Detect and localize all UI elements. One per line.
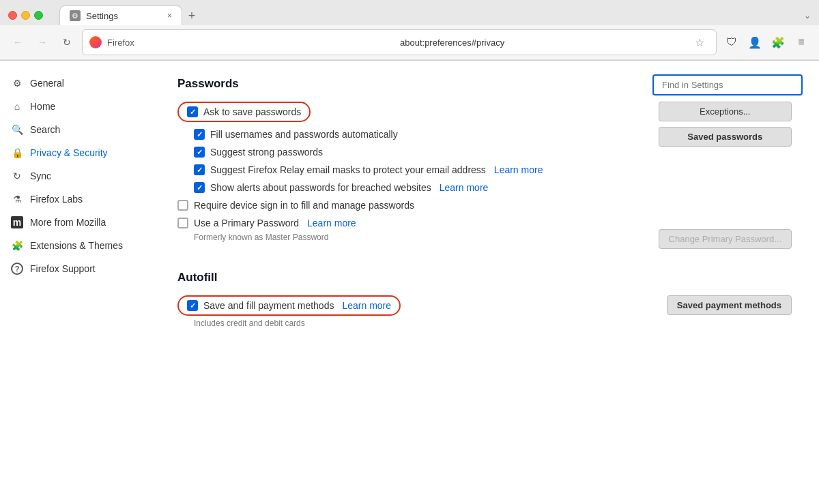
fill-auto-label: Fill usernames and passwords automatical… xyxy=(210,129,398,140)
home-icon: ⌂ xyxy=(11,100,23,113)
sync-icon: ↻ xyxy=(11,170,23,182)
show-alerts-row: ✓ Show alerts about passwords for breach… xyxy=(194,182,645,193)
exceptions-button[interactable]: Exceptions... xyxy=(659,102,792,121)
ask-save-highlighted: ✓ Ask to save passwords xyxy=(177,102,311,122)
sidebar-label-firefox-labs: Firefox Labs xyxy=(30,194,83,205)
sidebar-label-sync: Sync xyxy=(30,171,51,181)
suggest-relay-checkbox[interactable]: ✓ xyxy=(194,164,205,175)
ask-save-checkbox[interactable]: ✓ xyxy=(187,106,198,117)
address-bar[interactable]: Firefox about:preferences#privacy ☆ xyxy=(82,29,717,55)
autofill-right: Saved payment methods xyxy=(667,295,792,315)
firefox-icon xyxy=(89,36,102,48)
suggest-relay-label: Suggest Firefox Relay email masks to pro… xyxy=(210,164,486,175)
nav-icons: 🛡 👤 🧩 ≡ xyxy=(722,33,811,52)
extensions-icon[interactable]: 🧩 xyxy=(768,33,788,52)
sidebar-item-more-from-mozilla[interactable]: m More from Mozilla xyxy=(0,211,150,234)
sidebar-label-extensions-themes: Extensions & Themes xyxy=(30,240,123,251)
autofill-section-title: Autofill xyxy=(177,271,792,284)
payment-learn-more-link[interactable]: Learn more xyxy=(342,300,391,311)
sidebar-label-firefox-support: Firefox Support xyxy=(30,263,96,274)
fill-auto-row: ✓ Fill usernames and passwords automatic… xyxy=(194,129,645,140)
traffic-lights xyxy=(8,11,43,20)
relay-learn-more-link[interactable]: Learn more xyxy=(494,164,543,175)
sidebar: ⚙ General ⌂ Home 🔍 Search 🔒 Privacy & Se… xyxy=(0,61,150,504)
fill-auto-checkbox[interactable]: ✓ xyxy=(194,129,205,140)
passwords-buttons: Exceptions... Saved passwords Change Pri… xyxy=(659,102,792,249)
suggest-strong-row: ✓ Suggest strong passwords xyxy=(194,147,645,158)
lock-icon: 🔒 xyxy=(11,147,23,159)
autofill-area: ✓ Save and fill payment methods Learn mo… xyxy=(177,295,792,328)
find-in-settings-container xyxy=(652,74,803,95)
alerts-learn-more-link[interactable]: Learn more xyxy=(440,182,489,193)
formerly-text: Formerly known as Master Password xyxy=(194,233,645,242)
sidebar-item-extensions-themes[interactable]: 🧩 Extensions & Themes xyxy=(0,234,150,257)
save-fill-payment-highlighted: ✓ Save and fill payment methods Learn mo… xyxy=(177,295,401,316)
save-fill-payment-label: Save and fill payment methods xyxy=(203,300,334,311)
title-bar: ⚙ Settings × + ⌄ xyxy=(0,0,819,25)
autofill-left: ✓ Save and fill payment methods Learn mo… xyxy=(177,295,653,328)
browser-name: Firefox xyxy=(107,38,392,48)
sidebar-item-firefox-labs[interactable]: ⚗ Firefox Labs xyxy=(0,188,150,211)
tab-bar: ⚙ Settings × + xyxy=(59,5,799,25)
suggest-relay-row: ✓ Suggest Firefox Relay email masks to p… xyxy=(194,164,645,175)
extensions-sidebar-icon: 🧩 xyxy=(11,239,23,252)
primary-password-learn-more-link[interactable]: Learn more xyxy=(307,218,356,228)
close-window-button[interactable] xyxy=(8,11,17,20)
search-icon: 🔍 xyxy=(11,123,23,136)
tab-overflow-chevron[interactable]: ⌄ xyxy=(804,11,811,20)
sidebar-item-general[interactable]: ⚙ General xyxy=(0,72,150,95)
find-in-settings-input[interactable] xyxy=(652,74,803,95)
help-icon: ? xyxy=(11,263,23,275)
change-primary-password-button[interactable]: Change Primary Password... xyxy=(659,229,792,249)
includes-text: Includes credit and debit cards xyxy=(194,318,653,328)
sidebar-label-general: General xyxy=(30,78,64,89)
sidebar-item-privacy-security[interactable]: 🔒 Privacy & Security xyxy=(0,141,150,164)
settings-tab-title: Settings xyxy=(86,11,118,21)
bookmark-icon[interactable]: ☆ xyxy=(690,33,709,52)
require-device-label: Require device sign in to fill and manag… xyxy=(194,200,414,211)
maximize-window-button[interactable] xyxy=(34,11,43,20)
saved-passwords-button[interactable]: Saved passwords xyxy=(659,127,792,147)
content-area: ⚙ General ⌂ Home 🔍 Search 🔒 Privacy & Se… xyxy=(0,61,819,504)
forward-button[interactable]: → xyxy=(33,33,52,52)
primary-password-checkbox[interactable] xyxy=(177,218,188,228)
saved-payment-methods-button[interactable]: Saved payment methods xyxy=(667,295,792,315)
sidebar-label-more-from-mozilla: More from Mozilla xyxy=(30,217,106,228)
sidebar-label-privacy-security: Privacy & Security xyxy=(30,147,108,158)
primary-password-row: Use a Primary Password Learn more xyxy=(177,218,645,228)
settings-tab-icon: ⚙ xyxy=(70,10,81,21)
minimize-window-button[interactable] xyxy=(21,11,30,20)
passwords-area: ✓ Ask to save passwords ✓ Fill usernames… xyxy=(177,102,792,249)
sidebar-label-home: Home xyxy=(30,101,55,112)
autofill-section: Autofill ✓ Save and fill payment methods… xyxy=(177,271,792,328)
mozilla-icon: m xyxy=(11,216,23,228)
address-text: about:preferences#privacy xyxy=(400,38,685,48)
sidebar-item-search[interactable]: 🔍 Search xyxy=(0,118,150,141)
sidebar-item-sync[interactable]: ↻ Sync xyxy=(0,164,150,188)
require-device-checkbox[interactable] xyxy=(177,200,188,211)
sidebar-label-search: Search xyxy=(30,124,60,135)
show-alerts-label: Show alerts about passwords for breached… xyxy=(210,182,431,193)
close-tab-button[interactable]: × xyxy=(167,11,172,20)
require-device-row: Require device sign in to fill and manag… xyxy=(177,200,645,211)
passwords-options: ✓ Ask to save passwords ✓ Fill usernames… xyxy=(177,102,645,249)
sidebar-item-home[interactable]: ⌂ Home xyxy=(0,95,150,118)
back-button[interactable]: ← xyxy=(8,33,27,52)
reload-button[interactable]: ↻ xyxy=(57,33,76,52)
passwords-section: Passwords ✓ Ask to save passwords xyxy=(177,77,792,249)
save-fill-payment-checkbox[interactable]: ✓ xyxy=(187,300,198,311)
sidebar-item-firefox-support[interactable]: ? Firefox Support xyxy=(0,257,150,280)
show-alerts-checkbox[interactable]: ✓ xyxy=(194,182,205,193)
menu-icon[interactable]: ≡ xyxy=(792,33,811,52)
settings-tab[interactable]: ⚙ Settings × xyxy=(59,5,182,25)
general-icon: ⚙ xyxy=(11,77,23,89)
save-fill-payment-wrapper: ✓ Save and fill payment methods Learn mo… xyxy=(177,295,653,316)
main-content: Passwords ✓ Ask to save passwords xyxy=(150,61,819,504)
nav-bar: ← → ↻ Firefox about:preferences#privacy … xyxy=(0,25,819,60)
new-tab-button[interactable]: + xyxy=(182,6,201,25)
profile-icon[interactable]: 👤 xyxy=(745,33,764,52)
suggest-strong-checkbox[interactable]: ✓ xyxy=(194,147,205,158)
pocket-icon[interactable]: 🛡 xyxy=(722,33,741,52)
suggest-strong-label: Suggest strong passwords xyxy=(210,147,323,158)
ask-save-wrapper: ✓ Ask to save passwords xyxy=(177,102,645,122)
